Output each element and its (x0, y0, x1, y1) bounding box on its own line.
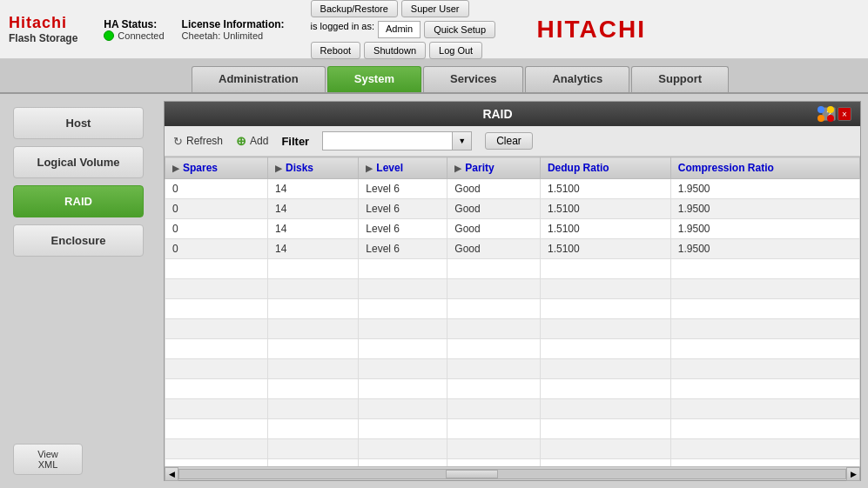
tab-services[interactable]: Services (423, 66, 524, 92)
tab-system[interactable]: System (327, 66, 421, 92)
tab-support[interactable]: Support (631, 66, 729, 92)
table-row-empty (165, 299, 860, 319)
cell-level: Level 6 (359, 239, 447, 259)
cell-parity: Good (447, 219, 541, 239)
panel-title: RAID (173, 107, 822, 121)
ha-status-area: HA Status: Connected (104, 18, 164, 41)
tl-blue (818, 106, 824, 113)
nav-tabs: Administration System Services Analytics… (0, 59, 868, 94)
table-row-empty (165, 459, 860, 467)
cell-disks: 14 (268, 199, 359, 219)
table-row-empty (165, 279, 860, 299)
table-row[interactable]: 0 14 Level 6 Good 1.5100 1.9500 (165, 179, 860, 199)
filter-dropdown-button[interactable]: ▼ (453, 131, 472, 150)
refresh-label: Refresh (186, 135, 223, 147)
table-row[interactable]: 0 14 Level 6 Good 1.5100 1.9500 (165, 199, 860, 219)
col-parity[interactable]: ▶Parity (447, 157, 541, 179)
horizontal-scrollbar[interactable]: ◀ ▶ (165, 466, 860, 480)
connected-indicator (104, 30, 114, 41)
cell-level: Level 6 (359, 179, 447, 199)
license-value: Cheetah: Unlimited (182, 30, 285, 41)
table-row[interactable]: 0 14 Level 6 Good 1.5100 1.9500 (165, 219, 860, 239)
content-panel: RAID ? × (164, 101, 861, 481)
col-disks[interactable]: ▶Disks (268, 157, 359, 179)
hitachi-brand: HITACHI (537, 16, 646, 43)
filter-label: Filter (281, 135, 309, 148)
quick-setup-button[interactable]: Quick Setup (424, 21, 495, 38)
header: Hitachi Flash Storage HA Status: Connect… (0, 0, 868, 59)
cell-compression: 1.9500 (670, 199, 859, 219)
scroll-left-arrow[interactable]: ◀ (165, 467, 178, 481)
table-row-empty (165, 419, 860, 439)
cell-compression: 1.9500 (670, 239, 859, 259)
main-layout: Host Logical Volume RAID Enclosure View … (0, 94, 868, 488)
table-row-empty (165, 379, 860, 399)
license-area: License Information: Cheetah: Unlimited (182, 18, 285, 41)
cell-spares: 0 (165, 219, 268, 239)
refresh-button[interactable]: ↻ Refresh (173, 135, 223, 148)
cell-disks: 14 (268, 219, 359, 239)
sidebar-item-enclosure[interactable]: Enclosure (13, 224, 144, 257)
table-row-empty (165, 399, 860, 419)
cell-parity: Good (447, 239, 541, 259)
toolbar: ↻ Refresh ⊕ Add Filter ▼ Clear (165, 126, 860, 157)
col-compression-ratio[interactable]: Compression Ratio (670, 157, 859, 179)
license-label: License Information: (182, 18, 285, 30)
panel-header: RAID ? × (165, 102, 860, 126)
table-row-empty (165, 319, 860, 339)
filter-input-group: ▼ (322, 131, 472, 150)
cell-parity: Good (447, 199, 541, 219)
cell-spares: 0 (165, 199, 268, 219)
cell-disks: 14 (268, 239, 359, 259)
scroll-thumb[interactable] (446, 470, 498, 478)
tl-yellow (827, 106, 834, 113)
scroll-right-arrow[interactable]: ▶ (846, 467, 860, 481)
refresh-icon: ↻ (173, 135, 183, 148)
sidebar-item-host[interactable]: Host (13, 107, 144, 139)
view-xml-button[interactable]: View XML (13, 444, 83, 475)
scroll-track[interactable] (178, 469, 846, 479)
filter-input[interactable] (322, 131, 453, 150)
cell-compression: 1.9500 (670, 219, 859, 239)
cell-spares: 0 (165, 179, 268, 199)
add-icon: ⊕ (236, 134, 246, 148)
sidebar-item-raid[interactable]: RAID (13, 185, 144, 217)
tl-red (827, 115, 834, 122)
sidebar-item-logical-volume[interactable]: Logical Volume (13, 146, 144, 178)
ha-connected: Connected (104, 30, 164, 41)
cell-dedup: 1.5100 (540, 179, 670, 199)
logged-in-value: Admin (378, 21, 421, 38)
logout-button[interactable]: Log Out (429, 42, 482, 59)
reboot-button[interactable]: Reboot (311, 42, 360, 59)
tab-administration[interactable]: Administration (192, 66, 326, 92)
table-row-empty (165, 259, 860, 279)
table-body: 0 14 Level 6 Good 1.5100 1.9500 0 14 Lev… (165, 179, 860, 467)
cell-spares: 0 (165, 239, 268, 259)
cell-compression: 1.9500 (670, 179, 859, 199)
panel-close-button[interactable]: × (838, 107, 851, 121)
table-container[interactable]: ▶Spares ▶Disks ▶Level ▶Parity Dedup Rati… (165, 157, 860, 466)
content-area: RAID ? × (157, 94, 868, 488)
sidebar: Host Logical Volume RAID Enclosure View … (0, 94, 157, 488)
logged-in-label: is logged in as: (311, 21, 374, 38)
col-level[interactable]: ▶Level (359, 157, 447, 179)
shutdown-button[interactable]: Shutdown (364, 42, 426, 59)
logo-area: Hitachi Flash Storage (9, 14, 77, 44)
cell-level: Level 6 (359, 219, 447, 239)
ha-status-label: HA Status: (104, 18, 164, 30)
logo-hitachi: Hitachi (9, 14, 77, 32)
col-spares[interactable]: ▶Spares (165, 157, 268, 179)
tl-orange (818, 115, 824, 122)
backup-restore-button[interactable]: Backup/Restore (311, 0, 398, 17)
add-label: Add (250, 135, 268, 147)
table-row[interactable]: 0 14 Level 6 Good 1.5100 1.9500 (165, 239, 860, 259)
cell-parity: Good (447, 179, 541, 199)
col-dedup-ratio[interactable]: Dedup Ratio (540, 157, 670, 179)
tab-analytics[interactable]: Analytics (525, 66, 629, 92)
top-buttons: Backup/Restore Super User is logged in a… (311, 0, 502, 59)
add-button[interactable]: ⊕ Add (236, 134, 268, 148)
table-row-empty (165, 359, 860, 379)
table-row-empty (165, 439, 860, 459)
super-user-button[interactable]: Super User (401, 0, 469, 17)
clear-button[interactable]: Clear (485, 132, 533, 150)
